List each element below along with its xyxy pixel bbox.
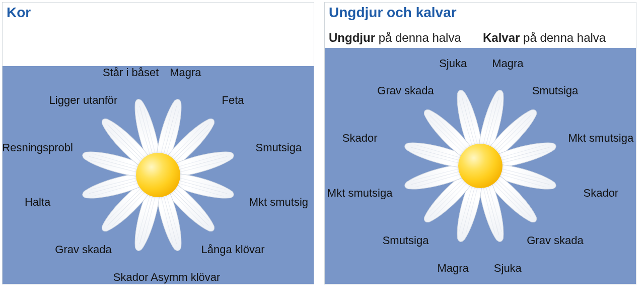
petal-label: Smutsiga: [532, 84, 579, 97]
flower-area-ungdjur: SjukaMagraSmutsigaMkt smutsigaSkadorGrav…: [325, 48, 636, 284]
subheader-kalvar-rest: på denna halva: [520, 31, 606, 44]
petal-label: Magra: [492, 57, 523, 70]
petal-label: Skador: [113, 271, 149, 284]
flower-center-icon: [136, 153, 180, 197]
subheader-ungdjur-rest: på denna halva: [375, 31, 461, 44]
subheader-kalvar-bold: Kalvar: [483, 31, 520, 44]
petal-label: Sjuka: [494, 262, 522, 275]
petal-label: Magra: [170, 66, 201, 79]
subheader-kalvar: Kalvar på denna halva: [483, 31, 632, 45]
petal-label: Grav skada: [55, 243, 112, 256]
petal-label: Grav skada: [527, 234, 584, 247]
panel-ungdjur-kalvar: Ungdjur och kalvar Ungdjur på denna halv…: [324, 2, 636, 284]
panel-kor: Kor: [2, 2, 314, 284]
panel-ungdjur-title: Ungdjur och kalvar: [325, 3, 636, 21]
panel-kor-title: Kor: [3, 3, 314, 21]
flower-area-kor: Står i båsetMagraFetaSmutsigaMkt smutsig…: [3, 66, 314, 284]
petal-label: Ligger utanför: [49, 94, 118, 107]
panel-kor-spacer: [3, 21, 314, 66]
petal-label: Mkt smutsiga: [568, 132, 634, 145]
subheader-ungdjur-bold: Ungdjur: [329, 31, 375, 44]
petal-label: Står i båset: [103, 66, 159, 79]
petal-label: Långa klövar: [201, 243, 264, 256]
petal-label: Mkt smutsig: [249, 196, 308, 209]
petal-label: Smutsiga: [383, 234, 429, 247]
petal-label: Smutsiga: [255, 141, 302, 154]
flower-center-icon: [458, 144, 503, 188]
petal-label: Skador: [583, 187, 618, 200]
petal-label: Mkt smutsiga: [327, 187, 393, 200]
petal-label: Halta: [25, 196, 50, 209]
petal-label: Sjuka: [439, 57, 467, 70]
panel-ungdjur-subheader: Ungdjur på denna halva Kalvar på denna h…: [325, 21, 636, 48]
petal-label: Magra: [437, 262, 468, 275]
petal-label: Resningsprobl: [3, 141, 73, 154]
petal-label: Skador: [342, 132, 378, 145]
subheader-ungdjur: Ungdjur på denna halva: [329, 31, 478, 45]
petal-label: Feta: [222, 94, 244, 107]
flower-ungdjur: SjukaMagraSmutsigaMkt smutsigaSkadorGrav…: [480, 166, 481, 166]
petal-label: Asymm klövar: [151, 271, 220, 284]
flower-kor: Står i båsetMagraFetaSmutsigaMkt smutsig…: [158, 175, 159, 176]
petal-label: Grav skada: [377, 84, 434, 97]
